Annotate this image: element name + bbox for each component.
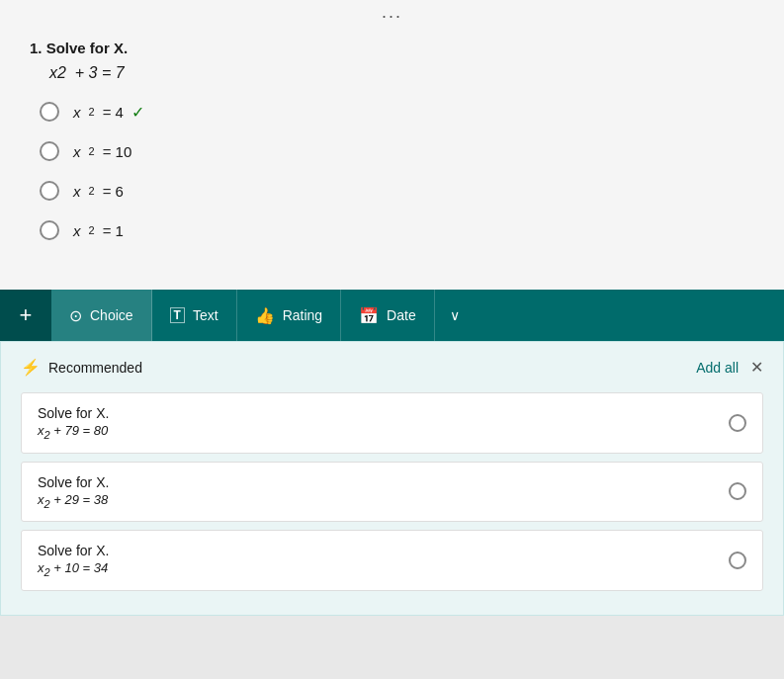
top-bar: ··· <box>0 0 784 20</box>
recommended-title: ⚡ Recommended <box>21 358 142 377</box>
recommended-item-1[interactable]: Solve for X. x2 + 79 = 80 <box>21 392 763 454</box>
option-item-4[interactable]: x2 = 1 <box>40 220 754 240</box>
radio-option-2[interactable] <box>40 141 59 161</box>
date-icon: 📅 <box>359 306 379 325</box>
recommended-item-2[interactable]: Solve for X. x2 + 29 = 38 <box>21 462 763 523</box>
recommended-panel: ⚡ Recommended Add all ✕ Solve for X. x2 … <box>0 341 784 616</box>
text-label: Text <box>193 307 218 323</box>
question-number: 1. Solve for X. <box>30 40 754 56</box>
chevron-down-icon: ∨ <box>450 307 460 323</box>
option-text-4: x2 = 1 <box>73 222 124 239</box>
recommended-item-2-title: Solve for X. <box>38 474 109 490</box>
add-all-button[interactable]: Add all <box>696 360 739 376</box>
option-text-2: x2 = 10 <box>73 143 131 160</box>
option-item-2[interactable]: x2 = 10 <box>40 141 754 161</box>
radio-option-1[interactable] <box>40 102 59 122</box>
options-list: x2 = 4 ✓ x2 = 10 x2 = 6 x2 = 1 <box>30 102 754 240</box>
recommended-item-2-content: Solve for X. x2 + 29 = 38 <box>38 474 109 510</box>
recommended-item-1-radio[interactable] <box>729 414 746 432</box>
recommended-header: ⚡ Recommended Add all ✕ <box>21 358 763 377</box>
option-text-1: x2 = 4 ✓ <box>73 103 144 122</box>
option-item-3[interactable]: x2 = 6 <box>40 181 754 201</box>
recommended-label: Recommended <box>48 360 142 376</box>
recommended-item-1-title: Solve for X. <box>38 405 109 421</box>
text-icon: T <box>170 307 185 323</box>
question-equation: x2 + 3 = 7 <box>30 64 754 82</box>
recommended-item-2-radio[interactable] <box>729 482 746 500</box>
choice-button[interactable]: ⊙ Choice <box>51 290 152 341</box>
date-button[interactable]: 📅 Date <box>341 290 435 341</box>
recommended-item-1-equation: x2 + 79 = 80 <box>38 423 109 441</box>
lightning-icon: ⚡ <box>21 358 41 377</box>
date-label: Date <box>387 307 416 323</box>
more-dots-button[interactable]: ··· <box>382 6 402 27</box>
recommended-item-3-equation: x2 + 10 = 34 <box>38 560 109 578</box>
radio-option-3[interactable] <box>40 181 59 201</box>
recommended-item-2-equation: x2 + 29 = 38 <box>38 492 109 510</box>
choice-label: Choice <box>90 307 133 323</box>
more-options-button[interactable]: ∨ <box>435 290 475 341</box>
option-text-3: x2 = 6 <box>73 183 124 200</box>
choice-icon: ⊙ <box>69 306 82 325</box>
toolbar: + ⊙ Choice T Text 👍 Rating 📅 Date ∨ <box>0 290 784 341</box>
rating-button[interactable]: 👍 Rating <box>237 290 341 341</box>
check-icon-1: ✓ <box>131 103 144 122</box>
rating-label: Rating <box>283 307 322 323</box>
recommended-item-3[interactable]: Solve for X. x2 + 10 = 34 <box>21 530 763 591</box>
close-recommended-button[interactable]: ✕ <box>750 358 763 377</box>
option-item-1[interactable]: x2 = 4 ✓ <box>40 102 754 122</box>
recommended-item-1-content: Solve for X. x2 + 79 = 80 <box>38 405 109 441</box>
recommended-item-3-content: Solve for X. x2 + 10 = 34 <box>38 543 109 578</box>
question-card: 1. Solve for X. x2 + 3 = 7 x2 = 4 ✓ x2 =… <box>0 20 784 290</box>
text-button[interactable]: T Text <box>152 290 237 341</box>
recommended-item-3-radio[interactable] <box>729 552 746 569</box>
recommended-actions: Add all ✕ <box>696 358 763 377</box>
radio-option-4[interactable] <box>40 220 59 240</box>
add-question-button[interactable]: + <box>0 290 51 341</box>
rating-icon: 👍 <box>255 306 275 325</box>
recommended-item-3-title: Solve for X. <box>38 543 109 558</box>
plus-icon: + <box>20 302 33 328</box>
